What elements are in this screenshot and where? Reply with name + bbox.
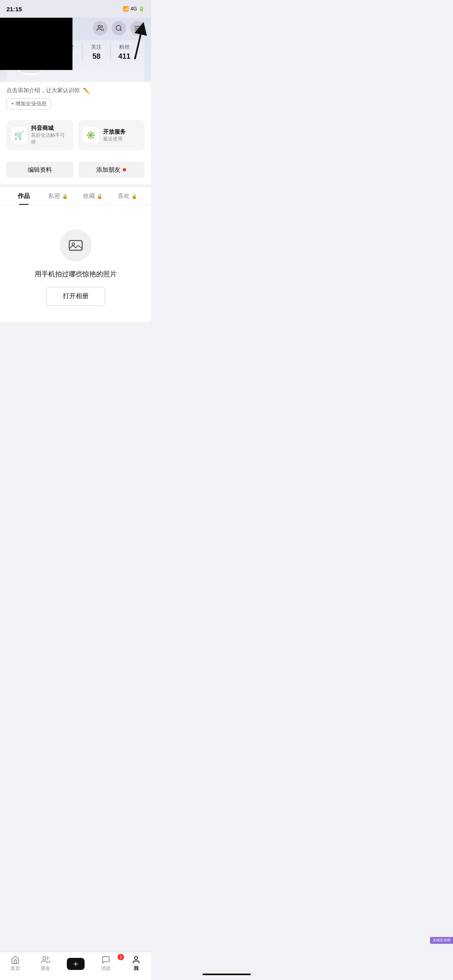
likes-lock-icon: 🔒 bbox=[131, 194, 137, 199]
stat-following-label: 关注 bbox=[83, 43, 110, 51]
svg-rect-15 bbox=[69, 241, 82, 250]
tab-favorites[interactable]: 收藏 🔒 bbox=[76, 187, 110, 205]
stat-following-value: 58 bbox=[83, 52, 110, 61]
empty-content: 用手机拍过哪些惊艳的照片 打开相册 bbox=[0, 205, 151, 322]
search-button[interactable] bbox=[112, 21, 126, 35]
svg-point-16 bbox=[72, 243, 74, 245]
favorites-lock-icon: 🔒 bbox=[97, 194, 103, 199]
friends-button[interactable] bbox=[93, 21, 108, 35]
edit-bio-icon[interactable]: ✏️ bbox=[83, 87, 90, 94]
add-friend-label: 添加朋友 bbox=[96, 166, 120, 174]
edit-profile-label: 编辑资料 bbox=[28, 166, 52, 174]
svg-point-1 bbox=[116, 25, 121, 30]
add-friend-button[interactable]: 添加朋友 bbox=[78, 162, 145, 178]
menu-button[interactable] bbox=[130, 21, 145, 35]
tab-likes[interactable]: 喜欢 🔒 bbox=[110, 187, 145, 205]
stat-followers-value: 411 bbox=[111, 52, 138, 61]
service-card-open[interactable]: ✳️ 开放服务 最近使用 bbox=[78, 120, 145, 150]
bio-text: 点击添加介绍，让大家认识你 bbox=[6, 87, 80, 94]
stat-followers[interactable]: 粉丝 411 bbox=[111, 43, 138, 61]
edit-profile-button[interactable]: 编辑资料 bbox=[6, 162, 73, 178]
shop-title: 抖音商城 bbox=[31, 125, 68, 132]
bio-row: 点击添加介绍，让大家认识你 ✏️ bbox=[6, 87, 145, 94]
service-card-shop[interactable]: 🛒 抖音商城 美好生活触手可得 bbox=[6, 120, 73, 150]
tab-works-label: 作品 bbox=[18, 192, 30, 200]
status-bar: 21:15 📶 4G 🔋 bbox=[0, 0, 151, 18]
signal-icon: 📶 bbox=[123, 6, 129, 12]
profile-lower: 点击添加介绍，让大家认识你 ✏️ + 增加企业信息 bbox=[0, 82, 151, 120]
tab-private-label: 私密 bbox=[48, 192, 60, 200]
open-service-icon: ✳️ bbox=[83, 127, 99, 143]
shop-subtitle: 美好生活触手可得 bbox=[31, 132, 68, 146]
private-lock-icon: 🔒 bbox=[62, 194, 68, 199]
empty-text: 用手机拍过哪些惊艳的照片 bbox=[35, 270, 117, 279]
tab-favorites-label: 收藏 bbox=[83, 192, 95, 200]
shop-icon: 🛒 bbox=[11, 127, 27, 143]
svg-line-2 bbox=[120, 29, 121, 31]
open-service-title: 开放服务 bbox=[103, 128, 126, 136]
enterprise-btn-label: + 增加企业信息 bbox=[11, 100, 47, 107]
open-album-button[interactable]: 打开相册 bbox=[46, 287, 105, 306]
photo-placeholder-icon bbox=[68, 237, 84, 253]
shop-info: 抖音商城 美好生活触手可得 bbox=[31, 125, 68, 146]
status-icons: 📶 4G 🔋 bbox=[123, 6, 145, 12]
service-cards: 🛒 抖音商城 美好生活触手可得 ✳️ 开放服务 最近使用 bbox=[0, 120, 151, 157]
redacted-cover bbox=[0, 18, 72, 70]
empty-icon-circle bbox=[60, 229, 92, 261]
tab-private[interactable]: 私密 🔒 bbox=[41, 187, 76, 205]
add-friend-badge bbox=[123, 168, 126, 171]
network-type: 4G bbox=[130, 6, 137, 12]
status-time: 21:15 bbox=[6, 6, 22, 12]
open-service-subtitle: 最近使用 bbox=[103, 136, 126, 142]
action-buttons: 编辑资料 添加朋友 bbox=[0, 157, 151, 184]
enterprise-button[interactable]: + 增加企业信息 bbox=[6, 98, 51, 109]
svg-point-0 bbox=[98, 25, 101, 28]
tab-likes-label: 喜欢 bbox=[118, 192, 130, 200]
stat-followers-label: 粉丝 bbox=[111, 43, 138, 51]
stat-following[interactable]: 关注 58 bbox=[83, 43, 110, 61]
battery-icon: 🔋 bbox=[139, 6, 145, 12]
open-service-info: 开放服务 最近使用 bbox=[103, 128, 126, 142]
tab-works[interactable]: 作品 bbox=[6, 187, 41, 205]
tabs-bar: 作品 私密 🔒 收藏 🔒 喜欢 🔒 bbox=[0, 187, 151, 205]
open-album-label: 打开相册 bbox=[63, 292, 89, 299]
